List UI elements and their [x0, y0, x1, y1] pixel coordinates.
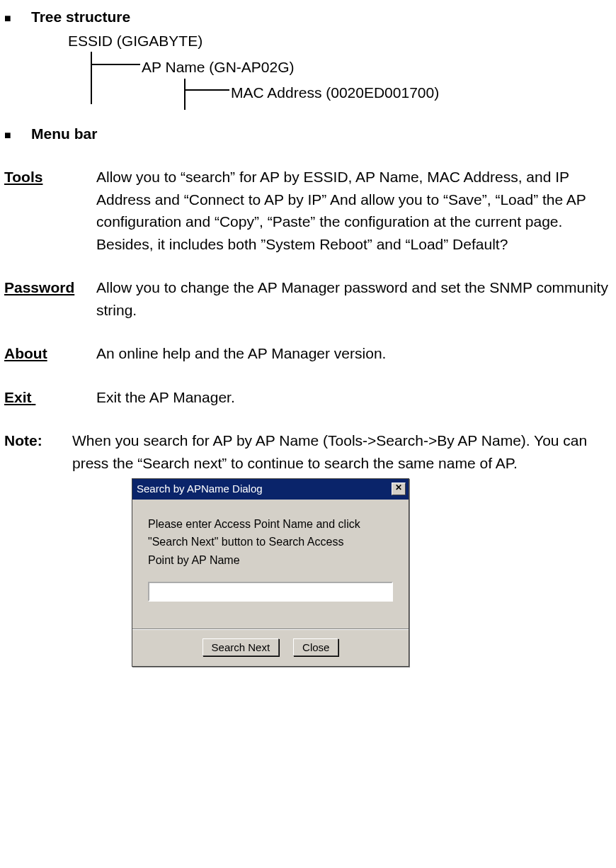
menu-about-label: About: [4, 342, 96, 365]
menu-about-desc: An online help and the AP Manager versio…: [96, 342, 612, 365]
tree-structure-heading: Tree structure: [31, 6, 130, 28]
tree-mac: MAC Address (0020ED001700): [231, 79, 439, 104]
dialog-text-line: Point by AP Name: [148, 551, 393, 570]
menu-tools-label: Tools: [4, 166, 96, 255]
note-text: When you search for AP by AP Name (Tools…: [72, 429, 612, 474]
close-button[interactable]: Close: [293, 638, 338, 656]
menu-exit-label: Exit: [4, 386, 96, 409]
tree-connector-icon: [91, 52, 142, 104]
search-next-button[interactable]: Search Next: [203, 638, 280, 656]
close-icon[interactable]: ✕: [392, 483, 406, 495]
tree-essid: ESSID (GIGABYTE): [68, 30, 612, 52]
menu-password-label: Password: [4, 276, 96, 321]
menu-tools-desc: Allow you to “search” for AP by ESSID, A…: [96, 166, 612, 255]
menu-password-desc: Allow you to change the AP Manager passw…: [96, 276, 612, 321]
bullet-square-icon: ■: [4, 123, 31, 144]
dialog-title: Search by APName Dialog: [137, 481, 263, 497]
bullet-square-icon: ■: [4, 6, 31, 27]
apname-input[interactable]: [148, 582, 393, 602]
tree-apname: AP Name (GN-AP02G): [142, 56, 439, 79]
search-apname-dialog: Search by APName Dialog ✕ Please enter A…: [132, 478, 409, 667]
dialog-text-line: "Search Next" button to Search Access: [148, 533, 393, 551]
menu-bar-heading: Menu bar: [31, 123, 97, 145]
tree-diagram: ESSID (GIGABYTE) AP Name (GN-AP02G) MAC …: [68, 30, 612, 110]
menu-exit-desc: Exit the AP Manager.: [96, 386, 612, 409]
tree-connector-icon: [184, 79, 231, 110]
dialog-text-line: Please enter Access Point Name and click: [148, 515, 393, 534]
note-label: Note:: [4, 429, 72, 474]
